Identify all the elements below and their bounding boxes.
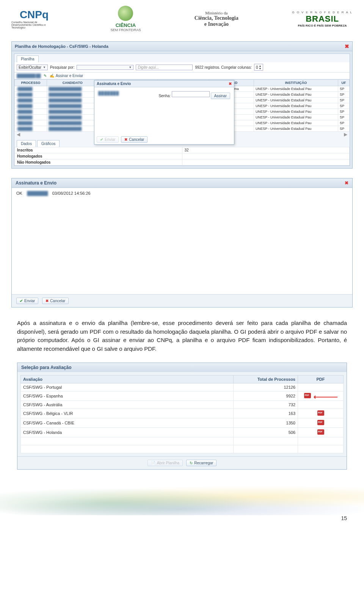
cell-candidato: ████████████████: [47, 98, 98, 103]
close-icon[interactable]: ✖: [345, 180, 348, 186]
pdf-icon[interactable]: [317, 429, 324, 435]
cell-processo: 2███████: [15, 86, 47, 92]
brasil-sub: PAÍS RICO É PAÍS SEM POBREZA: [298, 24, 347, 27]
search-input[interactable]: Digite aqui...: [136, 65, 193, 70]
cell-uf: SP: [338, 109, 350, 115]
abrir-planilha-button[interactable]: 📄 Abrir Planilha: [147, 460, 183, 466]
th-candidato[interactable]: CANDIDATO: [47, 80, 98, 86]
cancelar-button[interactable]: ✖Cancelar: [121, 136, 147, 143]
refresh-icon: ↻: [190, 461, 193, 465]
csf-l2: SEM FRONTEIRAS: [110, 28, 141, 32]
cell-avaliacao: CSF/SWG - Canadá - CBIE: [21, 418, 234, 428]
spin-down-icon[interactable]: ▼: [259, 67, 262, 70]
cancelar-button[interactable]: ✖Cancelar: [42, 298, 69, 304]
cell-uf: SP: [338, 103, 350, 109]
grid-area: PROCESSO CANDIDATO ÁREA CONHECIMENTO ÁRE…: [14, 79, 350, 137]
pesquisar-label: Pesquisar por:: [50, 65, 74, 69]
cell-total: 732: [234, 401, 298, 409]
assinar-enviar-button[interactable]: ✍ Assinar e Enviar: [50, 74, 83, 78]
cell-processo: 2███████: [15, 92, 47, 98]
tab-dados[interactable]: Dados: [17, 140, 36, 147]
table-row[interactable]: CSF/SWG - Bélgica - VLIR163: [21, 409, 344, 418]
selecao-title: Seleção para Avaliação: [17, 363, 347, 372]
mcti-l2: Ciência, Tecnologia: [195, 15, 238, 21]
brasil-big: BRASIL: [306, 14, 339, 24]
logo-cnpq: CNPq Conselho Nacional de Desenvolviment…: [11, 9, 57, 29]
cell-uf: SP: [338, 120, 350, 126]
tab-graficos[interactable]: Gráficos: [37, 140, 60, 147]
avaliacao-table: Avaliação Total de Processos PDF CSF/SWG…: [20, 375, 344, 453]
check-icon: ✔: [20, 299, 23, 303]
table-row[interactable]: CSF/SWG - Canadá - CBIE1350: [21, 418, 344, 428]
th-avaliacao[interactable]: Avaliação: [21, 375, 234, 383]
pesquisar-por-dropdown[interactable]: ▼: [77, 65, 133, 70]
window-titlebar: Planilha de Homologação - CsF/SWG - Hola…: [12, 42, 352, 51]
selecao-footer: 📄 Abrir Planilha ↻ Recarregar: [17, 456, 347, 469]
close-icon[interactable]: ✖: [345, 43, 349, 49]
row-inscritos: Inscritos 32: [15, 147, 350, 153]
cell-processo: 2███████: [15, 120, 47, 126]
senha-label: Senha:: [158, 94, 171, 98]
pen-icon: ✍: [50, 74, 54, 78]
spinner-value: 0: [256, 65, 258, 69]
spin-up-icon[interactable]: ▲: [259, 65, 262, 67]
arrow-icon: [315, 397, 337, 397]
toolbar-blurred: ████████ ██: [17, 74, 41, 78]
assinar-button[interactable]: Assinar: [211, 93, 230, 99]
cell-candidato: ████████████████: [47, 120, 98, 126]
cell-total: 163: [234, 409, 298, 418]
cell-processo: 2███████: [15, 126, 47, 132]
cell-candidato: ████████████████: [47, 86, 98, 92]
table-row[interactable]: CSF/SWG - Holanda506: [21, 428, 344, 437]
message-area: OK ████████ 03/08/2012 14:56:26: [12, 188, 352, 294]
logo-brasil: G O V E R N O F E D E R A L BRASIL PAÍS …: [292, 11, 353, 27]
pdf-icon[interactable]: [317, 410, 324, 416]
assinatura-envio-modal: Assinatura e Envio ✖ █ █ █ █ █ █ █ Senha…: [94, 80, 234, 145]
instruction-paragraph: Após a assinatura e o envio da planilha …: [17, 319, 347, 353]
cell-pdf: [298, 383, 344, 391]
planilha-panel: Planilha Exibir/Ocultar ▼ Pesquisar por:…: [14, 54, 350, 166]
cell-avaliacao: CSF/SWG - Espanha: [21, 391, 234, 401]
cell-pdf: [298, 428, 344, 437]
th-total[interactable]: Total de Processos: [234, 375, 298, 383]
tab-planilha[interactable]: Planilha: [17, 55, 39, 62]
cell-inst: UNESP - Universidade Estadual Pau: [254, 120, 338, 126]
header-logos: CNPq Conselho Nacional de Desenvolviment…: [0, 0, 364, 38]
th-processo[interactable]: PROCESSO: [15, 80, 47, 86]
pdf-icon[interactable]: [304, 393, 311, 398]
th-uf[interactable]: UF: [338, 80, 350, 86]
exibir-ocultar-dropdown[interactable]: Exibir/Ocultar ▼: [17, 65, 48, 70]
th-pdf[interactable]: PDF: [298, 375, 344, 383]
enviar-button[interactable]: ✔Enviar: [97, 136, 119, 143]
inscritos-label: Inscritos: [15, 147, 182, 153]
toolbar: ████████ ██ ✎ ✍ Assinar e Enviar: [14, 73, 350, 79]
assinatura-envio-window: Assinatura e Envio ✖ OK ████████ 03/08/2…: [11, 178, 353, 308]
cnpq-sub: Conselho Nacional de Desenvolvimento Cie…: [11, 21, 57, 29]
panel-footer: ✔Enviar ✖Cancelar: [12, 294, 352, 307]
brasil-gov: G O V E R N O F E D E R A L: [292, 11, 353, 14]
close-icon[interactable]: ✖: [229, 82, 232, 86]
cell-processo: 2███████: [15, 109, 47, 115]
timestamp: 03/08/2012 14:56:26: [52, 191, 91, 196]
th-instituicao[interactable]: INSTITUIÇÃO: [254, 80, 338, 86]
combo-label: Exibir/Ocultar: [19, 65, 41, 69]
registros-label: 9922 registros. Congelar colunas:: [195, 65, 252, 69]
table-row[interactable]: CSF/SWG - Austrália732: [21, 401, 344, 409]
globe-icon: [118, 6, 133, 21]
msg-name-blurred: ████████: [27, 191, 47, 196]
cell-uf: SP: [338, 86, 350, 92]
table-row[interactable]: CSF/SWG - Espanha9922: [21, 391, 344, 401]
senha-input[interactable]: [172, 91, 210, 97]
cell-total: 12126: [234, 383, 298, 391]
table-row[interactable]: CSF/SWG - Portugal12126: [21, 383, 344, 391]
enviar-button[interactable]: ✔Enviar: [16, 298, 38, 304]
pdf-icon[interactable]: [317, 420, 324, 425]
page-number: 15: [0, 515, 364, 529]
recarregar-button[interactable]: ↻ Recarregar: [186, 460, 217, 466]
congelar-colunas-spinner[interactable]: 0 ▲▼: [254, 64, 264, 71]
cell-uf: SP: [338, 115, 350, 120]
cell-candidato: ████████████████: [47, 92, 98, 98]
cell-total: 1350: [234, 418, 298, 428]
homologados-label: Homologados: [15, 153, 182, 159]
cell-uf: SP: [338, 126, 350, 132]
